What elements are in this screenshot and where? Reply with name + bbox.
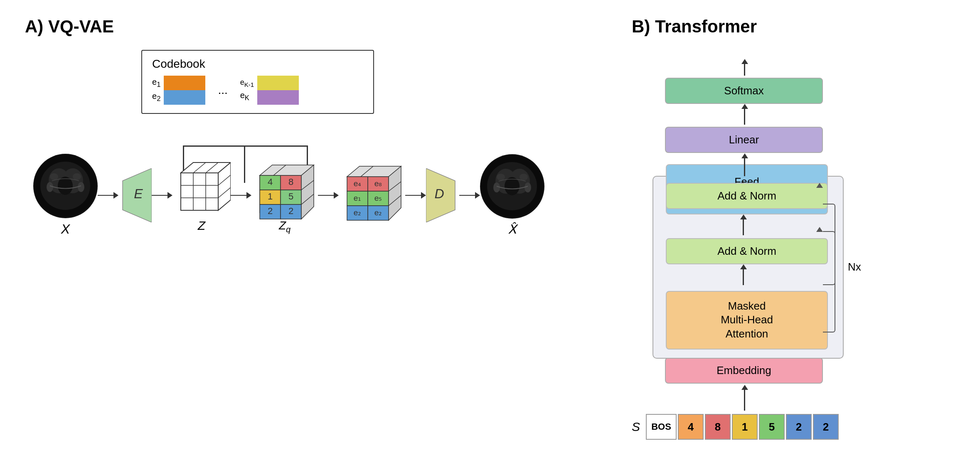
decoder: D — [426, 168, 459, 222]
svg-text:e₁: e₁ — [354, 194, 362, 202]
arrow-softmax-up — [744, 63, 745, 76]
token-sequence-row: S BOS 4 8 1 5 2 2 — [632, 414, 840, 440]
arrow-group-up-head — [741, 153, 748, 158]
svg-point-70 — [505, 177, 520, 195]
embedding-cube: e₄ e₈ e₁ e₅ e₂ e₂ — [339, 158, 405, 233]
arrow-up-head — [741, 385, 748, 390]
svg-text:e₈: e₈ — [374, 179, 382, 188]
add-norm-1-label: Add & Norm — [717, 245, 776, 257]
arrow-e-to-z — [152, 192, 172, 199]
svg-text:e₂: e₂ — [354, 208, 362, 217]
token-1: 1 — [732, 414, 758, 440]
svg-text:2: 2 — [268, 206, 273, 216]
residual-2-head — [816, 183, 823, 188]
svg-text:8: 8 — [288, 177, 293, 187]
arrow-mha-up — [743, 268, 744, 285]
arrow-z-to-zq — [231, 192, 251, 199]
add-norm-2-label: Add & Norm — [717, 190, 776, 202]
z-cube: Z — [172, 158, 231, 233]
svg-point-73 — [493, 182, 500, 192]
svg-text:D: D — [434, 186, 444, 201]
residual-2 — [823, 204, 835, 332]
e1-label: e1 — [152, 77, 160, 89]
s-label: S — [632, 420, 640, 434]
svg-text:e₂: e₂ — [374, 208, 382, 217]
svg-text:E: E — [134, 186, 143, 201]
svg-point-5 — [50, 173, 58, 180]
add-norm-1-block: Add & Norm — [666, 238, 828, 264]
arrow-x-to-e — [98, 192, 118, 199]
svg-text:e₅: e₅ — [374, 194, 382, 202]
x-label: X — [61, 222, 70, 237]
svg-rect-11 — [181, 173, 218, 210]
svg-text:5: 5 — [288, 191, 293, 202]
nx-label: Nx — [848, 261, 861, 273]
linear-block: Linear — [665, 127, 823, 153]
svg-point-71 — [497, 174, 505, 180]
svg-point-8 — [78, 182, 84, 192]
arrow-softmax-up-head — [741, 59, 748, 64]
masked-attention-label: MaskedMulti-HeadAttention — [721, 300, 773, 340]
zq-cube: 4 8 1 5 4 8 1 5 2 — [251, 157, 318, 234]
svg-text:4: 4 — [268, 177, 273, 187]
nx-group-box: MaskedMulti-HeadAttention Add & Norm Fee — [653, 176, 844, 359]
token-bos: BOS — [646, 414, 677, 440]
input-brain: X — [33, 154, 98, 237]
arrow-linear-up — [744, 108, 745, 125]
linear-label: Linear — [729, 133, 759, 146]
arrow-tokens-up — [744, 388, 745, 411]
arrow-mha-up-head — [740, 264, 747, 269]
brain-image-input — [33, 154, 98, 218]
svg-point-6 — [73, 173, 81, 180]
arrow-embed-to-d — [405, 192, 426, 199]
arrow-linear-up-head — [741, 104, 748, 109]
entry-k-block — [257, 76, 299, 105]
svg-text:2: 2 — [288, 206, 293, 216]
ek-label: eK — [240, 91, 254, 102]
ek1-label: eK-1 — [240, 78, 254, 88]
token-5: 5 — [759, 414, 785, 440]
arrow-an1-up — [743, 219, 744, 235]
token-8: 8 — [705, 414, 731, 440]
brain-image-output — [480, 154, 544, 219]
vqvae-title: A) VQ-VAE — [25, 17, 607, 37]
encoder: E — [118, 168, 152, 222]
token-4: 4 — [678, 414, 704, 440]
codebook-line-h — [183, 145, 308, 147]
output-brain: X̂ — [480, 154, 544, 236]
codebook-dots: ... — [214, 84, 231, 97]
transformer-panel: B) Transformer S BOS 4 8 1 5 2 2 Embeddi… — [607, 17, 955, 441]
svg-point-74 — [524, 182, 531, 192]
zq-label: Zq — [279, 219, 291, 234]
codebook-label: Codebook — [152, 57, 363, 71]
transformer-title: B) Transformer — [632, 17, 955, 37]
masked-attention-block: MaskedMulti-HeadAttention — [666, 291, 828, 350]
arrow-d-to-xhat — [459, 192, 480, 199]
codebook-box: Codebook e1 e2 ... eK-1 — [141, 50, 374, 114]
token-2b: 2 — [813, 414, 839, 440]
softmax-label: Softmax — [724, 84, 763, 97]
svg-point-7 — [47, 182, 53, 192]
codebook-entry-1: e1 e2 — [152, 76, 205, 105]
entry1-block — [164, 76, 205, 105]
arrow-an1-up-head — [740, 214, 747, 219]
codebook-entry-k: eK-1 eK — [240, 76, 299, 105]
token-2a: 2 — [786, 414, 812, 440]
z-label: Z — [198, 219, 205, 233]
svg-text:e₄: e₄ — [354, 179, 362, 188]
arrow-zq-to-embed — [318, 192, 339, 199]
e2-label: e2 — [152, 91, 160, 103]
softmax-block: Softmax — [665, 78, 823, 104]
embedding-label: Embedding — [717, 364, 771, 377]
svg-point-4 — [58, 177, 73, 195]
residual-1-head — [816, 227, 823, 232]
svg-text:1: 1 — [268, 191, 273, 202]
vqvae-panel: A) VQ-VAE Codebook e1 e2 ... — [25, 17, 607, 441]
flow-row: X E — [25, 154, 544, 237]
embedding-block: Embedding — [665, 357, 823, 384]
svg-point-72 — [520, 174, 528, 180]
arrow-group-up — [744, 158, 745, 176]
add-norm-2-block: Add & Norm — [666, 183, 828, 209]
xhat-label: X̂ — [508, 222, 517, 236]
